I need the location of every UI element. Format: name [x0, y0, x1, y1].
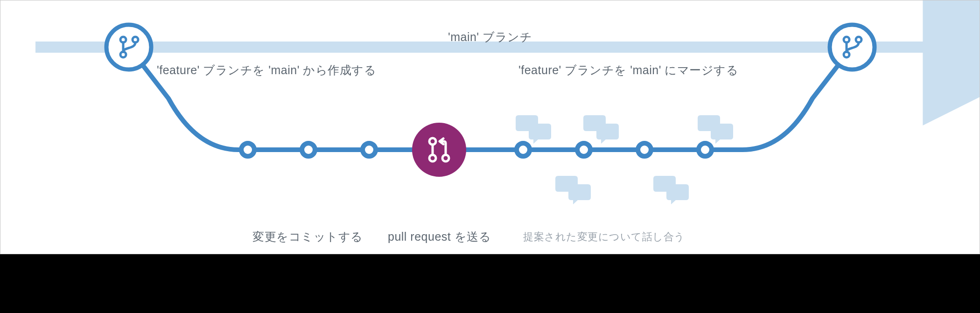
main-branch-label: 'main' ブランチ [0, 29, 980, 45]
commit-changes-label: 変更をコミットする [252, 229, 363, 244]
create-branch-label: 'feature' ブランチを 'main' から作成する [157, 63, 376, 78]
pull-request-node [412, 123, 466, 177]
chat-icon [555, 176, 591, 204]
github-flow-diagram: 'main' ブランチ 'feature' ブランチを 'main' から作成す… [0, 0, 980, 254]
merge-branch-label: 'feature' ブランチを 'main' にマージする [518, 63, 738, 78]
chat-icon [516, 115, 551, 144]
svg-point-10 [577, 143, 590, 156]
svg-point-7 [302, 143, 315, 156]
discussion-group [516, 115, 733, 204]
discuss-changes-label: 提案された変更について話し合う [523, 230, 685, 244]
svg-point-9 [517, 143, 530, 156]
chat-icon [698, 115, 733, 144]
svg-point-15 [412, 123, 466, 177]
svg-point-6 [241, 143, 254, 156]
chat-icon [653, 176, 689, 204]
send-pr-label: pull request を送る [388, 229, 491, 244]
chat-icon [583, 115, 619, 144]
svg-point-8 [363, 143, 376, 156]
svg-point-12 [699, 143, 712, 156]
svg-point-11 [638, 143, 651, 156]
